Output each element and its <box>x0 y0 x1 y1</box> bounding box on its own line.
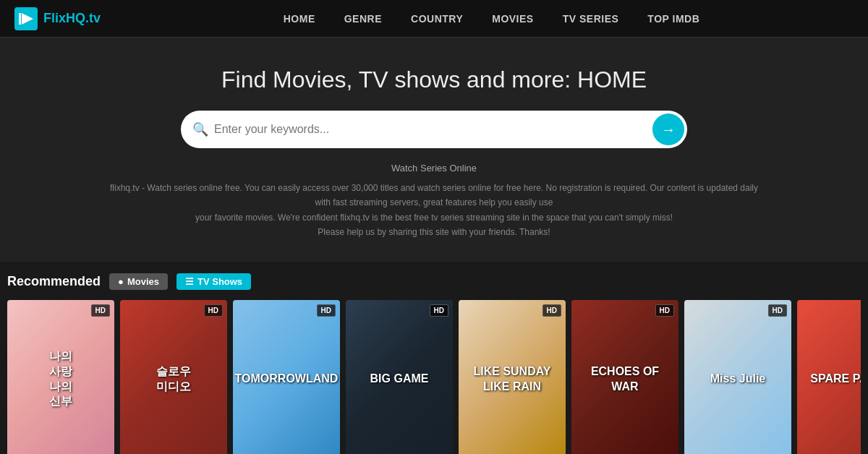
movie-poster: BIG GAME HD <box>346 300 453 454</box>
movie-poster: ECHOES OF WAR HD <box>571 300 678 454</box>
main-nav: HOME GENRE COUNTRY MOVIES TV SERIES TOP … <box>129 13 854 25</box>
movie-poster: TOMORROWLAND HD <box>233 300 340 454</box>
hd-badge: HD <box>204 304 223 317</box>
search-button[interactable]: → <box>652 113 684 145</box>
watch-label: Watch Series Online <box>14 163 854 174</box>
movie-poster: SPARE PARTS HD <box>797 300 861 454</box>
movie-card[interactable]: ECHOES OF WAR HD Echoes Of War 2015 100 … <box>571 300 678 454</box>
hero-section: Find Movies, TV shows and more: HOME 🔍 →… <box>0 38 868 262</box>
nav-genre[interactable]: GENRE <box>344 13 382 25</box>
poster-image: SPARE PARTS <box>797 300 861 454</box>
logo-text: FlixHQ.tv <box>43 11 101 26</box>
movie-poster: 나의사랑나의신부 HD <box>7 300 114 454</box>
film-icon: ● <box>118 276 124 287</box>
nav-tvseries[interactable]: TV SERIES <box>563 13 619 25</box>
search-bar: 🔍 → <box>181 111 687 148</box>
movie-card[interactable]: Miss Julie HD Miss Julie 2014 129 min Mo… <box>684 300 791 454</box>
poster-image: TOMORROWLAND <box>233 300 340 454</box>
tab-movies-button[interactable]: ● Movies <box>109 273 168 290</box>
nav-country[interactable]: COUNTRY <box>411 13 463 25</box>
movie-card[interactable]: 나의사랑나의신부 HD My Love My Bride 2014 111 mi… <box>7 300 114 454</box>
header: FlixHQ.tv HOME GENRE COUNTRY MOVIES TV S… <box>0 0 868 38</box>
search-input[interactable] <box>214 123 652 136</box>
poster-image: BIG GAME <box>346 300 453 454</box>
movie-poster: 슬로우미디오 HD <box>120 300 227 454</box>
nav-topimdb[interactable]: TOP IMDB <box>647 13 699 25</box>
rec-header: Recommended ● Movies ☰ TV Shows <box>7 273 861 290</box>
nav-movies[interactable]: MOVIES <box>492 13 533 25</box>
svg-rect-2 <box>19 13 21 25</box>
tv-icon: ☰ <box>185 276 194 287</box>
arrow-right-icon: → <box>661 121 676 138</box>
poster-image: LIKE SUNDAY LIKE RAIN <box>459 300 566 454</box>
tab-tvshows-button[interactable]: ☰ TV Shows <box>176 273 251 290</box>
hd-badge: HD <box>768 304 787 317</box>
movie-card[interactable]: BIG GAME HD Big Game 2014 90 min Movie <box>346 300 453 454</box>
poster-image: 나의사랑나의신부 <box>7 300 114 454</box>
hero-description: flixhq.tv - Watch series online free. Yo… <box>109 181 760 240</box>
movie-card[interactable]: 슬로우미디오 HD Slow Video 2014 106 min Movie <box>120 300 227 454</box>
hero-title: Find Movies, TV shows and more: HOME <box>14 67 854 93</box>
movie-card[interactable]: SPARE PARTS HD Spare P 2015 83 min Movie <box>797 300 861 454</box>
hd-badge: HD <box>655 304 674 317</box>
movie-poster: Miss Julie HD <box>684 300 791 454</box>
search-icon: 🔍 <box>192 121 208 137</box>
logo-icon <box>14 7 38 30</box>
poster-image: Miss Julie <box>684 300 791 454</box>
hd-badge: HD <box>430 304 448 317</box>
hd-badge: HD <box>542 304 561 317</box>
logo[interactable]: FlixHQ.tv <box>14 7 101 30</box>
poster-image: 슬로우미디오 <box>120 300 227 454</box>
hd-badge: HD <box>317 304 336 317</box>
movie-poster: LIKE SUNDAY LIKE RAIN HD <box>459 300 566 454</box>
recommended-title: Recommended <box>7 274 101 289</box>
movie-card[interactable]: TOMORROWLAND HD Tomorrowland 2015 120 mi… <box>233 300 340 454</box>
movie-card[interactable]: LIKE SUNDAY LIKE RAIN HD Like Sunday Lik… <box>459 300 566 454</box>
recommended-section: Recommended ● Movies ☰ TV Shows 나의사랑나의신부… <box>0 262 868 454</box>
poster-image: ECHOES OF WAR <box>571 300 678 454</box>
hd-badge: HD <box>91 304 110 317</box>
movie-grid: 나의사랑나의신부 HD My Love My Bride 2014 111 mi… <box>7 300 861 454</box>
nav-home[interactable]: HOME <box>284 13 315 25</box>
